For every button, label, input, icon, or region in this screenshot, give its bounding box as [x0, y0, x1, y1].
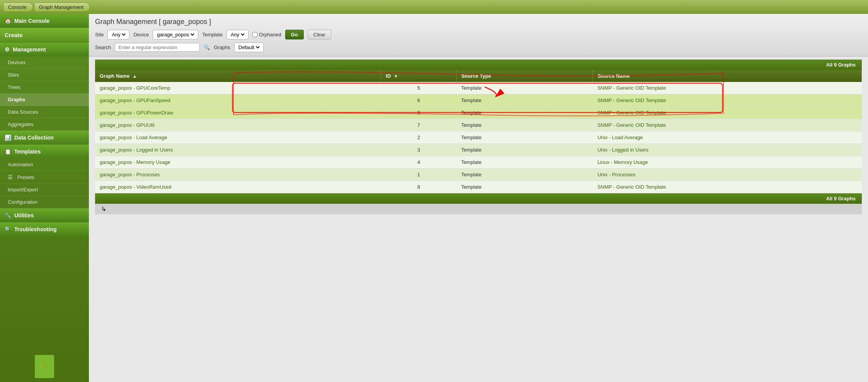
- table-row[interactable]: garage_popos - Processes1TemplateUnix - …: [95, 169, 862, 181]
- graphs-table: Graph Name ▲ ID ▼ Source Type: [95, 70, 862, 193]
- management-icon: ⚙: [5, 46, 10, 53]
- source-name-cell[interactable]: SNMP - Generic OID Template: [593, 119, 862, 131]
- orphaned-check: Orphaned: [252, 32, 281, 38]
- sidebar-item-automation[interactable]: Automation: [0, 159, 89, 171]
- orphaned-checkbox[interactable]: [252, 32, 257, 37]
- search-input[interactable]: [115, 43, 200, 52]
- top-summary-bar: All 9 Graphs: [95, 60, 862, 70]
- bottom-summary-bar: All 9 Graphs: [95, 193, 862, 204]
- sidebar-item-aggregates[interactable]: Aggregates: [0, 118, 89, 131]
- table-row[interactable]: garage_popos - GPUCoreTemp5TemplateSNMP …: [95, 82, 862, 94]
- sort-arrow-name: ▲: [133, 74, 137, 78]
- graphs-select[interactable]: Default: [237, 44, 261, 51]
- source-name-cell[interactable]: SNMP - Generic OID Template: [593, 82, 862, 94]
- table-body: garage_popos - GPUCoreTemp5TemplateSNMP …: [95, 82, 862, 193]
- col-source-name[interactable]: Source Name: [593, 70, 862, 82]
- content-header: Graph Management [ garage_popos ] Site A…: [89, 14, 868, 56]
- col-id[interactable]: ID ▼: [381, 70, 456, 82]
- table-header-row: Graph Name ▲ ID ▼ Source Type: [95, 70, 862, 82]
- breadcrumb-console[interactable]: Console: [3, 2, 33, 12]
- device-label: Device: [133, 32, 149, 38]
- id-cell: 1: [381, 169, 456, 181]
- table-row[interactable]: garage_popos - GPUFanSpeed6TemplateSNMP …: [95, 94, 862, 107]
- graph-name-cell[interactable]: garage_popos - VideoRamUsed: [95, 181, 381, 193]
- graph-name-cell[interactable]: garage_popos - Processes: [95, 169, 381, 181]
- sidebar-item-trees[interactable]: Trees: [0, 81, 89, 94]
- site-dropdown[interactable]: Any: [107, 30, 129, 39]
- col-source-type[interactable]: Source Type: [456, 70, 593, 82]
- page-title: Graph Management [ garage_popos ]: [95, 18, 862, 26]
- graphs-label: Graphs: [214, 44, 230, 50]
- id-cell: 4: [381, 156, 456, 169]
- sidebar-create[interactable]: Create: [0, 28, 89, 43]
- graph-name-cell[interactable]: garage_popos - Load Average: [95, 131, 381, 144]
- source-name-cell[interactable]: SNMP - Generic OID Template: [593, 107, 862, 119]
- filter-row-1: Site Any Device garage_popos Template An…: [95, 30, 862, 39]
- id-cell: 2: [381, 131, 456, 144]
- home-icon: 🏠: [5, 18, 11, 24]
- device-select[interactable]: garage_popos: [155, 31, 196, 38]
- source-name-cell[interactable]: Unix - Processes: [593, 169, 862, 181]
- source-type-cell: Template: [456, 156, 593, 169]
- templates-icon: 📋: [5, 148, 11, 155]
- graph-name-cell[interactable]: garage_popos - GPUUtil: [95, 119, 381, 131]
- breadcrumb-bar: Console Graph Management: [0, 0, 868, 14]
- sidebar-data-collection[interactable]: 📊 Data Collection: [0, 131, 89, 145]
- id-cell: 7: [381, 119, 456, 131]
- clear-button[interactable]: Clear: [308, 30, 331, 39]
- graph-name-cell[interactable]: garage_popos - GPUFanSpeed: [95, 94, 381, 107]
- device-dropdown[interactable]: garage_popos: [153, 30, 198, 39]
- table-row[interactable]: garage_popos - GPUUtil7TemplateSNMP - Ge…: [95, 119, 862, 131]
- sidebar-management[interactable]: ⚙ Management: [0, 43, 89, 56]
- sidebar-templates[interactable]: 📋 Templates: [0, 145, 89, 159]
- sidebar-item-import-export[interactable]: Import/Export: [0, 184, 89, 196]
- graph-name-cell[interactable]: garage_popos - GPUCoreTemp: [95, 82, 381, 94]
- site-select[interactable]: Any: [110, 31, 127, 38]
- source-type-cell: Template: [456, 119, 593, 131]
- sort-arrow-id: ▼: [394, 74, 398, 78]
- utilities-icon: 🔧: [5, 212, 11, 218]
- bottom-row: ↳: [95, 204, 862, 214]
- sidebar-item-sites[interactable]: Sites: [0, 69, 89, 81]
- source-name-cell[interactable]: Unix - Logged in Users: [593, 144, 862, 156]
- table-row[interactable]: garage_popos - Logged in Users3TemplateU…: [95, 144, 862, 156]
- id-cell: 9: [381, 107, 456, 119]
- sidebar-item-data-sources[interactable]: Data Sources: [0, 106, 89, 118]
- sidebar-main-console[interactable]: 🏠 Main Console: [0, 14, 89, 28]
- sidebar-troubleshooting[interactable]: 🔍 Troubleshooting: [0, 222, 89, 236]
- id-cell: 6: [381, 94, 456, 107]
- breadcrumb-graph-management[interactable]: Graph Management: [34, 2, 90, 12]
- sidebar-logo: 🌵: [0, 351, 89, 382]
- table-container: All 9 Graphs Graph Name ▲ ID ▼: [89, 56, 868, 382]
- template-dropdown[interactable]: Any: [226, 30, 248, 39]
- go-button[interactable]: Go: [285, 30, 304, 39]
- col-graph-name[interactable]: Graph Name ▲: [95, 70, 381, 82]
- graphs-dropdown[interactable]: Default: [234, 43, 264, 52]
- source-name-cell[interactable]: Linux - Memory Usage: [593, 156, 862, 169]
- sidebar: 🏠 Main Console Create ⚙ Management Devic…: [0, 14, 89, 382]
- table-row[interactable]: garage_popos - VideoRamUsed8TemplateSNMP…: [95, 181, 862, 193]
- orphaned-label: Orphaned: [259, 32, 281, 38]
- sidebar-utilities[interactable]: 🔧 Utilities: [0, 208, 89, 222]
- sidebar-item-configuration[interactable]: Configuration: [0, 196, 89, 208]
- source-name-cell[interactable]: SNMP - Generic OID Template: [593, 181, 862, 193]
- sidebar-item-graphs[interactable]: Graphs: [0, 94, 89, 106]
- table-row[interactable]: garage_popos - Memory Usage4TemplateLinu…: [95, 156, 862, 169]
- template-select[interactable]: Any: [229, 31, 246, 38]
- sidebar-item-presets[interactable]: ☰ Presets: [0, 171, 89, 184]
- table-row[interactable]: garage_popos - Load Average2TemplateUnix…: [95, 131, 862, 144]
- troubleshooting-icon: 🔍: [5, 226, 11, 232]
- source-name-cell[interactable]: Unix - Load Average: [593, 131, 862, 144]
- data-collection-icon: 📊: [5, 135, 11, 141]
- id-cell: 5: [381, 82, 456, 94]
- graph-name-cell[interactable]: garage_popos - Logged in Users: [95, 144, 381, 156]
- graph-name-cell[interactable]: garage_popos - GPUPowerDraw: [95, 107, 381, 119]
- bottom-arrow-icon: ↳: [101, 205, 106, 213]
- table-row[interactable]: garage_popos - GPUPowerDraw9TemplateSNMP…: [95, 107, 862, 119]
- source-type-cell: Template: [456, 82, 593, 94]
- search-icon[interactable]: 🔍: [204, 44, 210, 50]
- source-name-cell[interactable]: SNMP - Generic OID Template: [593, 94, 862, 107]
- graph-name-cell[interactable]: garage_popos - Memory Usage: [95, 156, 381, 169]
- content-area: Graph Management [ garage_popos ] Site A…: [89, 14, 868, 382]
- sidebar-item-devices[interactable]: Devices: [0, 56, 89, 69]
